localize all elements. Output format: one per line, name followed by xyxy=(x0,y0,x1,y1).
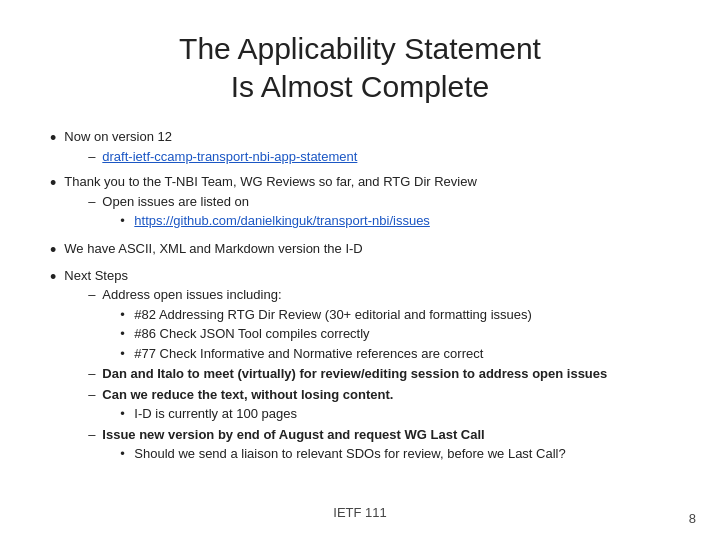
sub-bullet-82: #82 Addressing RTG Dir Review (30+ edito… xyxy=(120,305,670,325)
bullet-4-text: Next Steps Address open issues including… xyxy=(64,266,670,466)
bullet-4-subs: Address open issues including: #82 Addre… xyxy=(88,285,670,464)
sub-bullet-2: https://github.com/danielkinguk/transpor… xyxy=(120,211,670,231)
sub-bullet-liaison: Should we send a liaison to relevant SDO… xyxy=(120,444,670,464)
dash-item: draft-ietf-ccamp-transport-nbi-app-state… xyxy=(88,147,670,167)
issue-subsubs: Should we send a liaison to relevant SDO… xyxy=(120,444,670,464)
bullet-2-text: Thank you to the T-NBI Team, WG Reviews … xyxy=(64,172,670,233)
title-line2: Is Almost Complete xyxy=(231,70,489,103)
bullet-dot-3: • xyxy=(50,239,56,262)
dash-item-dan: Dan and Italo to meet (virtually) for re… xyxy=(88,364,670,384)
bullet-1: • Now on version 12 draft-ietf-ccamp-tra… xyxy=(50,127,670,168)
page-number: 8 xyxy=(689,511,696,526)
bullet-4: • Next Steps Address open issues includi… xyxy=(50,266,670,466)
bullet-dot-1: • xyxy=(50,127,56,150)
title-line1: The Applicability Statement xyxy=(179,32,541,65)
footer-label: IETF 111 xyxy=(333,505,386,520)
bullet-dot-4: • xyxy=(50,266,56,289)
bullet-3: • We have ASCII, XML and Markdown versio… xyxy=(50,239,670,262)
slide: The Applicability Statement Is Almost Co… xyxy=(0,0,720,540)
sub-bullet-86: #86 Check JSON Tool compiles correctly xyxy=(120,324,670,344)
reduce-subsubs: I-D is currently at 100 pages xyxy=(120,404,670,424)
dash-item-issue: Issue new version by end of August and r… xyxy=(88,425,670,464)
slide-content: • Now on version 12 draft-ietf-ccamp-tra… xyxy=(50,127,670,497)
slide-title: The Applicability Statement Is Almost Co… xyxy=(50,30,670,105)
bullet-3-text: We have ASCII, XML and Markdown version … xyxy=(64,239,670,259)
bullet-2: • Thank you to the T-NBI Team, WG Review… xyxy=(50,172,670,233)
address-subsubs: #82 Addressing RTG Dir Review (30+ edito… xyxy=(120,305,670,364)
bullet-dot-2: • xyxy=(50,172,56,195)
sub-bullet-77: #77 Check Informative and Normative refe… xyxy=(120,344,670,364)
sub-bullet-item: https://github.com/danielkinguk/transpor… xyxy=(120,211,670,231)
github-link[interactable]: https://github.com/danielkinguk/transpor… xyxy=(134,213,430,228)
dash-item-reduce: Can we reduce the text, without losing c… xyxy=(88,385,670,424)
sub-bullet-pages: I-D is currently at 100 pages xyxy=(120,404,670,424)
bullet-1-text: Now on version 12 draft-ietf-ccamp-trans… xyxy=(64,127,670,168)
dash-item-address: Address open issues including: #82 Addre… xyxy=(88,285,670,363)
bullet-1-subs: draft-ietf-ccamp-transport-nbi-app-state… xyxy=(88,147,670,167)
bullet-2-subs: Open issues are listed on https://github… xyxy=(88,192,670,231)
dash-item: Open issues are listed on https://github… xyxy=(88,192,670,231)
draft-link[interactable]: draft-ietf-ccamp-transport-nbi-app-state… xyxy=(102,149,357,164)
slide-footer: IETF 111 xyxy=(50,497,670,520)
